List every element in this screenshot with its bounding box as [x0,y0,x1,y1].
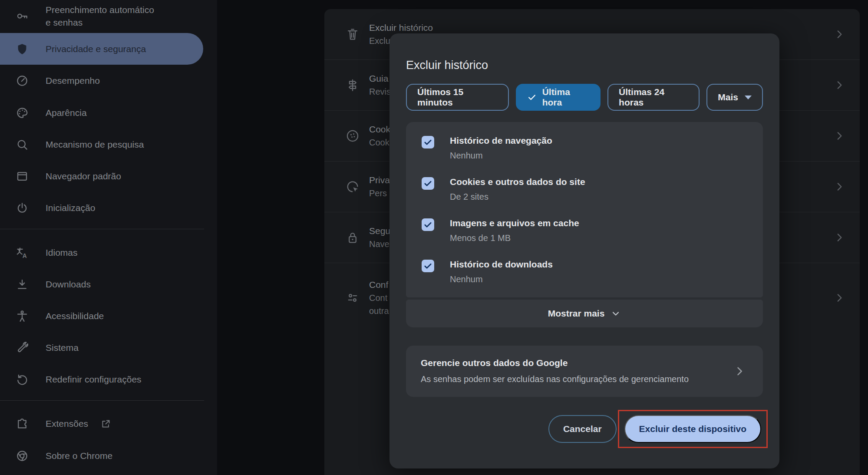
sidebar-item-label: Redefinir configurações [46,374,142,385]
row-title: Excluir histórico [369,21,433,34]
row-subtitle: Navea [369,238,390,251]
sidebar-item-languages[interactable]: A Idiomas [0,237,217,268]
show-more-button[interactable]: Mostrar mais [406,300,763,327]
svg-text:A: A [23,252,27,259]
chip-last-15-minutes[interactable]: Últimos 15 minutos [406,84,509,111]
row-title: Guia [369,72,391,85]
chip-label: Mais [718,92,738,102]
sidebar-item-startup[interactable]: Inicialização [0,192,217,224]
sidebar-item-label: Extensões [46,419,88,429]
reset-icon [16,373,29,386]
sidebar-item-reset-settings[interactable]: Redefinir configurações [0,363,217,395]
sidebar-item-label: Sistema [46,343,79,353]
chip-label: Últimas 24 horas [619,87,688,108]
row-title: Conf [369,278,389,291]
chevron-right-icon [834,232,845,243]
settings-sidebar: Preenchimento automático e senhas Privac… [0,0,217,475]
checkbox-label: Imagens e arquivos em cache [450,217,579,229]
shield-icon [16,43,29,56]
chip-last-hour[interactable]: Última hora [516,84,601,111]
external-link-icon [100,418,112,429]
sidebar-item-extensions[interactable]: Extensões [0,408,217,439]
chrome-settings-page: Preenchimento automático e senhas Privac… [0,0,868,475]
checkbox-checked[interactable] [422,177,434,190]
sidebar-divider [0,400,204,401]
key-icon [16,10,29,23]
row-subtitle: Revis [369,85,391,98]
checkbox-detail: Nenhum [450,150,552,161]
dialog-title: Excluir histórico [406,33,763,73]
signpost-icon [345,78,360,92]
google-data-subtitle: As senhas podem ser excluídas nas config… [421,373,690,386]
chevron-right-icon [834,29,845,40]
chip-label: Últimos 15 minutos [417,87,498,108]
cancel-button[interactable]: Cancelar [548,415,617,443]
cookie-icon [345,129,360,143]
checkbox-row-browsing-history[interactable]: Histórico de navegação Nenhum [406,127,763,168]
row-title: Segu [369,224,390,238]
checkbox-detail: Menos de 1 MB [450,232,579,244]
sidebar-item-accessibility[interactable]: Acessibilidade [0,300,217,332]
download-icon [16,278,29,291]
checkbox-checked[interactable] [422,218,434,231]
sidebar-item-label: Navegador padrão [46,171,121,181]
google-data-link[interactable]: Gerencie outros dados do Google As senha… [406,346,763,397]
sidebar-item-search-engine[interactable]: Mecanismo de pesquisa [0,129,217,160]
sidebar-item-label: Inicialização [46,203,95,213]
sidebar-item-label: Idiomas [46,247,78,258]
chevron-right-icon [733,365,746,377]
dialog-buttons: Cancelar Excluir deste dispositivo [406,415,763,443]
chip-label: Última hora [542,87,589,108]
row-subtitle: Pers [369,187,390,200]
chevron-down-icon [611,308,621,319]
chevron-right-icon [834,181,845,192]
sidebar-item-appearance[interactable]: Aparência [0,97,217,129]
trash-icon [345,27,360,42]
checkbox-label: Histórico de navegação [450,135,552,147]
sidebar-item-privacy-security[interactable]: Privacidade e segurança [0,33,203,65]
sidebar-item-label: Sobre o Chrome [46,451,112,461]
caret-down-icon [745,96,752,99]
checkbox-detail: Nenhum [450,274,553,285]
sidebar-item-autofill[interactable]: Preenchimento automático e senhas [0,0,217,32]
sidebar-item-label: Preenchimento automático e senhas [46,3,161,29]
chevron-right-icon [834,130,845,142]
checkbox-detail: De 2 sites [450,191,585,202]
check-icon [527,92,537,102]
row-subtitle-line2: outra [369,304,389,317]
sidebar-item-performance[interactable]: Desempenho [0,65,217,96]
sidebar-item-label: Mecanismo de pesquisa [46,139,144,150]
show-more-label: Mostrar mais [548,308,605,319]
sidebar-item-label: Aparência [46,108,87,118]
delete-from-device-button[interactable]: Excluir deste dispositivo [624,415,761,443]
pointer-icon [345,179,360,194]
sidebar-item-downloads[interactable]: Downloads [0,268,217,300]
chip-last-24-hours[interactable]: Últimas 24 horas [607,84,700,111]
checkbox-row-cookies[interactable]: Cookies e outros dados do site De 2 site… [406,168,763,210]
sidebar-item-label: Privacidade e segurança [46,44,146,54]
sidebar-divider [0,229,204,229]
lock-icon [345,230,360,245]
row-subtitle: Cook [369,136,390,149]
data-types-panel: Histórico de navegação Nenhum Cookies e … [406,122,763,297]
power-icon [16,201,29,214]
chevron-right-icon [834,292,845,303]
checkbox-row-cached-images[interactable]: Imagens e arquivos em cache Menos de 1 M… [406,210,763,251]
sidebar-item-about-chrome[interactable]: Sobre o Chrome [0,440,217,472]
checkbox-label: Histórico de downloads [450,258,553,270]
puzzle-icon [16,417,29,430]
sidebar-item-default-browser[interactable]: Navegador padrão [0,160,217,192]
google-data-title: Gerencie outros dados do Google [421,357,733,369]
search-icon [16,138,29,151]
chevron-right-icon [834,79,845,91]
row-title: Priva [369,174,390,187]
sidebar-item-label: Desempenho [46,76,100,86]
chip-more[interactable]: Mais [706,84,763,111]
sidebar-item-label: Acessibilidade [46,311,104,321]
sidebar-item-system[interactable]: Sistema [0,332,217,363]
checkbox-checked[interactable] [422,260,434,272]
chrome-icon [16,449,29,462]
checkbox-checked[interactable] [422,136,434,148]
checkbox-row-download-history[interactable]: Histórico de downloads Nenhum [406,251,763,292]
wrench-icon [16,341,29,354]
